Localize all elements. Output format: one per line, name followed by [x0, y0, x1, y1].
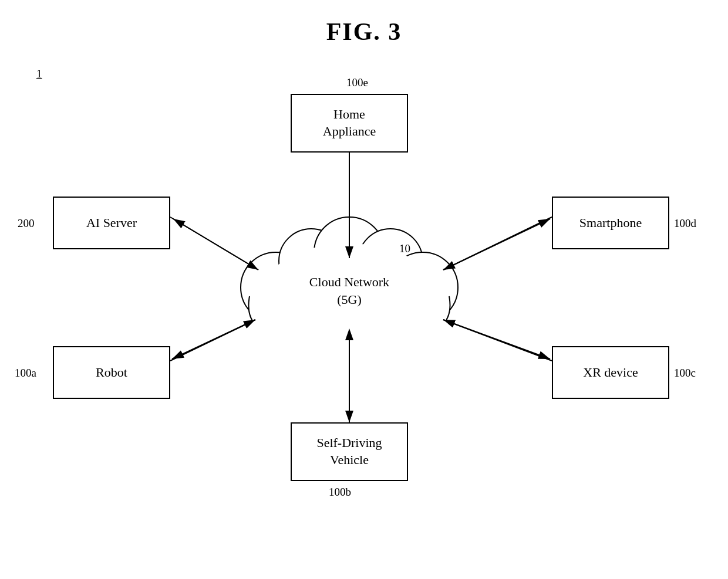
svg-point-7	[358, 229, 423, 293]
svg-point-9	[261, 276, 437, 346]
svg-line-13	[170, 217, 258, 270]
home-appliance-box: HomeAppliance	[291, 94, 408, 153]
robot-label: Robot	[96, 364, 127, 381]
svg-line-16	[443, 219, 550, 270]
smartphone-ref: 100d	[674, 217, 696, 230]
ai-server-label: AI Server	[86, 215, 137, 232]
ai-server-box: AI Server	[53, 197, 170, 249]
self-driving-label: Self-DrivingVehicle	[316, 435, 382, 468]
svg-point-6	[314, 217, 385, 287]
home-appliance-label: HomeAppliance	[323, 106, 376, 140]
svg-point-4	[241, 252, 311, 323]
xr-device-box: XR device	[552, 346, 669, 399]
svg-line-19	[443, 320, 552, 361]
cloud-label-line1: Cloud Network	[309, 275, 389, 289]
svg-line-18	[172, 320, 255, 359]
svg-point-5	[279, 229, 343, 293]
page-title: FIG. 3	[0, 0, 728, 46]
cloud-label-line2: (5G)	[337, 292, 362, 307]
svg-rect-11	[252, 287, 446, 340]
robot-box: Robot	[53, 346, 170, 399]
svg-line-17	[170, 320, 255, 361]
self-driving-ref: 100b	[329, 486, 351, 499]
smartphone-label: Smartphone	[579, 215, 642, 232]
robot-ref: 100a	[15, 367, 36, 380]
xr-device-label: XR device	[583, 364, 638, 381]
svg-point-3	[258, 238, 440, 349]
xr-device-ref: 100c	[674, 367, 696, 380]
cloud-shape	[241, 217, 458, 349]
svg-line-20	[443, 320, 550, 359]
svg-point-8	[387, 252, 458, 323]
self-driving-box: Self-DrivingVehicle	[291, 422, 408, 481]
diagram-label: 1	[36, 67, 42, 80]
cloud-ref: 10	[399, 242, 410, 255]
home-appliance-ref: 100e	[346, 76, 368, 89]
svg-line-14	[173, 219, 258, 270]
svg-line-15	[443, 217, 552, 270]
ai-server-ref: 200	[18, 217, 35, 230]
diagram-container: FIG. 3 1	[0, 0, 728, 579]
smartphone-box: Smartphone	[552, 197, 669, 249]
svg-point-10	[262, 243, 436, 343]
